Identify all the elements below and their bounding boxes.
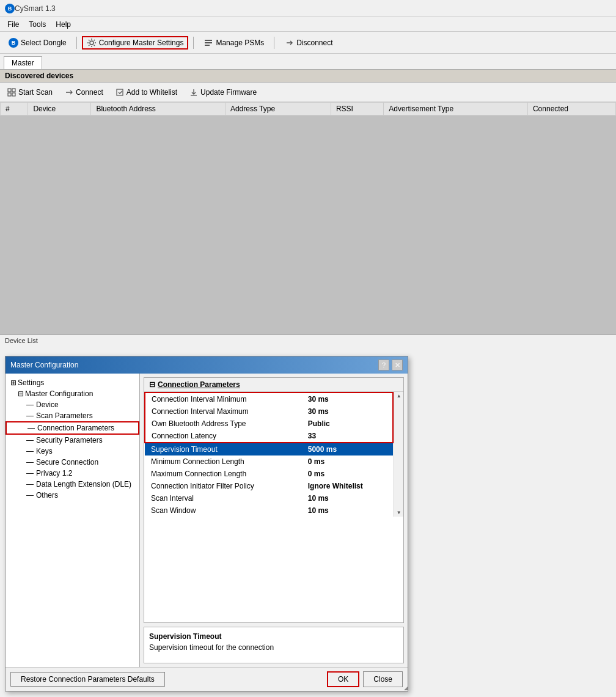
param-name: Minimum Connection Length <box>145 455 302 468</box>
param-value: 10 ms <box>302 492 394 504</box>
tree-keys[interactable]: — Keys <box>6 446 139 457</box>
svg-rect-5 <box>12 89 15 92</box>
param-name: Connection Latency <box>145 430 302 443</box>
tree-device[interactable]: — Device <box>6 399 139 410</box>
dialog-title-bar: Master Configuration ? ✕ <box>6 356 408 374</box>
status-text: Device List <box>5 337 38 344</box>
param-row[interactable]: Own Bluetooth Address TypePublic <box>145 418 393 430</box>
param-value: 30 ms <box>302 405 394 418</box>
params-expand-icon: ⊟ <box>149 380 155 389</box>
params-panel: ⊟ Connection Parameters Connection Inter… <box>144 377 404 623</box>
discovered-devices-header: Discovered devices <box>0 70 616 83</box>
disconnect-button[interactable]: Disconnect <box>279 36 337 50</box>
restore-defaults-button[interactable]: Restore Connection Parameters Defaults <box>10 672 165 687</box>
params-table-wrapper: Connection Interval Minimum30 msConnecti… <box>144 392 403 517</box>
col-header-bluetooth-address: Bluetooth Address <box>91 103 226 116</box>
disconnect-icon <box>284 38 294 48</box>
tree-scan-parameters[interactable]: — Scan Parameters <box>6 410 139 421</box>
param-row[interactable]: Minimum Connection Length0 ms <box>145 455 393 468</box>
param-row[interactable]: Connection Interval Maximum30 ms <box>145 405 393 418</box>
tree-others[interactable]: — Others <box>6 490 139 501</box>
dialog-title: Master Configuration <box>10 361 78 369</box>
col-header-rssi: RSSI <box>331 103 383 116</box>
param-row[interactable]: Scan Window10 ms <box>145 504 393 517</box>
param-value: 33 <box>302 430 394 443</box>
tab-bar: Master <box>0 54 616 70</box>
params-scrollbar[interactable]: ▲ ▼ <box>394 392 403 517</box>
master-config-dialog: Master Configuration ? ✕ ⊞ Settings ⊟ Ma… <box>5 356 408 691</box>
tree-privacy[interactable]: — Privacy 1.2 <box>6 468 139 479</box>
bluetooth-icon: B <box>9 38 18 48</box>
app-title: CySmart 1.3 <box>15 4 56 13</box>
param-row[interactable]: Maximum Connection Length0 ms <box>145 468 393 480</box>
param-row[interactable]: Connection Initiator Filter PolicyIgnore… <box>145 480 393 492</box>
configure-master-button[interactable]: Configure Master Settings <box>82 36 189 50</box>
svg-point-0 <box>90 41 94 45</box>
col-header-device: Device <box>28 103 91 116</box>
menu-tools[interactable]: Tools <box>24 19 51 30</box>
dialog-wrapper: Master Configuration ? ✕ ⊞ Settings ⊟ Ma… <box>0 346 616 697</box>
param-row[interactable]: Connection Latency33 <box>145 430 393 443</box>
param-name: Own Bluetooth Address Type <box>145 418 302 430</box>
toolbar-separator-2 <box>193 37 194 49</box>
param-value: 30 ms <box>302 393 394 405</box>
connect-icon <box>65 88 73 97</box>
tree-secure-connection[interactable]: — Secure Connection <box>6 457 139 468</box>
scroll-down-icon[interactable]: ▼ <box>397 510 402 515</box>
dialog-content: ⊞ Settings ⊟ Master Configuration — Devi… <box>6 374 408 667</box>
update-firmware-button[interactable]: Update Firmware <box>186 87 260 98</box>
gear-icon <box>87 38 97 48</box>
menu-help[interactable]: Help <box>51 19 76 30</box>
param-value: Ignore Whitelist <box>302 480 394 492</box>
tree-dle[interactable]: — Data Length Extension (DLE) <box>6 479 139 490</box>
dialog-title-controls: ? ✕ <box>378 360 403 371</box>
tab-master[interactable]: Master <box>4 56 42 69</box>
app-icon: B <box>5 4 15 13</box>
params-table: Connection Interval Minimum30 msConnecti… <box>144 392 394 517</box>
connect-button[interactable]: Connect <box>61 87 107 98</box>
param-name: Scan Interval <box>145 492 302 504</box>
dialog-right-panel: ⊟ Connection Parameters Connection Inter… <box>140 374 408 667</box>
params-header: ⊟ Connection Parameters <box>144 378 403 392</box>
param-row[interactable]: Supervision Timeout5000 ms <box>145 443 393 455</box>
select-dongle-button[interactable]: B Select Dongle <box>4 36 72 50</box>
tree-expand-icon-2: ⊟ <box>18 389 24 398</box>
param-value: 10 ms <box>302 504 394 517</box>
menu-bar: File Tools Help <box>0 17 616 32</box>
svg-rect-8 <box>117 89 123 95</box>
description-text: Supervision timeout for the connection <box>149 643 398 652</box>
dialog-tree: ⊞ Settings ⊟ Master Configuration — Devi… <box>6 374 140 667</box>
tree-connection-parameters[interactable]: — Connection Parameters <box>6 421 139 435</box>
tree-security-parameters[interactable]: — Security Parameters <box>6 435 139 446</box>
dialog-help-button[interactable]: ? <box>378 360 389 371</box>
param-row[interactable]: Scan Interval10 ms <box>145 492 393 504</box>
tree-expand-icon: ⊞ <box>10 378 16 387</box>
tree-master-config[interactable]: ⊟ Master Configuration <box>6 388 139 399</box>
ok-button[interactable]: OK <box>327 671 359 687</box>
dialog-close-button[interactable]: ✕ <box>392 360 403 371</box>
manage-psms-button[interactable]: Manage PSMs <box>199 36 269 50</box>
col-header-adv-type: Advertisement Type <box>384 103 528 116</box>
description-box: Supervision Timeout Supervision timeout … <box>144 627 404 663</box>
scroll-up-icon[interactable]: ▲ <box>397 393 402 399</box>
add-whitelist-button[interactable]: Add to Whitelist <box>112 87 181 98</box>
menu-file[interactable]: File <box>2 19 24 30</box>
param-value: Public <box>302 418 394 430</box>
param-value: 5000 ms <box>302 443 394 455</box>
description-title: Supervision Timeout <box>149 632 398 641</box>
tree-settings[interactable]: ⊞ Settings <box>6 377 139 388</box>
svg-rect-7 <box>12 93 15 96</box>
cancel-button[interactable]: Close <box>363 671 403 687</box>
start-scan-button[interactable]: Start Scan <box>4 87 56 98</box>
dialog-footer-buttons: OK Close <box>327 671 403 687</box>
col-header-address-type: Address Type <box>225 103 331 116</box>
device-toolbar: Start Scan Connect Add to Whitelist Upda… <box>0 83 616 102</box>
param-name: Supervision Timeout <box>145 443 302 455</box>
svg-rect-3 <box>205 45 210 46</box>
col-header-num: # <box>1 103 28 116</box>
resize-handle[interactable]: ◢ <box>402 685 408 691</box>
param-name: Connection Interval Maximum <box>145 405 302 418</box>
params-title: Connection Parameters <box>158 380 240 389</box>
param-row[interactable]: Connection Interval Minimum30 ms <box>145 393 393 405</box>
whitelist-icon <box>116 88 124 97</box>
